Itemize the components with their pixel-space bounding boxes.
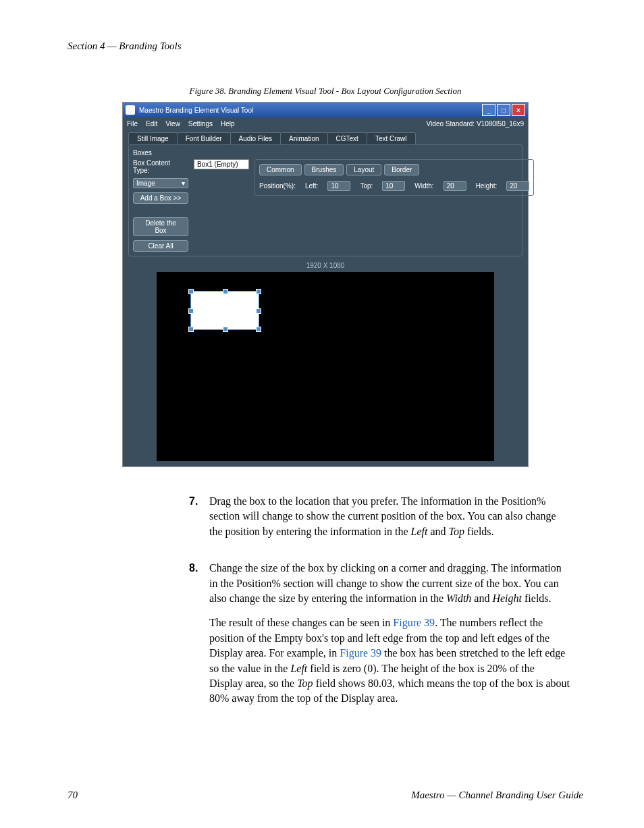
figure-link[interactable]: Figure 39 [393, 617, 435, 628]
page-footer: 70 Maestro — Channel Branding User Guide [68, 790, 583, 801]
titlebar: Maestro Branding Element Visual Tool _ □… [123, 103, 528, 117]
step-number: 7. [189, 494, 209, 549]
height-input[interactable]: 20 [506, 181, 529, 191]
subtab-common[interactable]: Common [259, 164, 302, 175]
layout-config-area: Common Brushes Layout Border Position(%)… [254, 159, 534, 196]
preview-canvas[interactable] [157, 272, 494, 461]
app-screenshot: Maestro Branding Element Visual Tool _ □… [122, 102, 529, 467]
tab-font-builder[interactable]: Font Builder [177, 132, 231, 144]
body-text: 7. Drag the box to the location that you… [189, 494, 570, 716]
close-icon[interactable]: × [512, 104, 525, 116]
video-standard-label: Video Standard: V1080I50_16x9 [427, 120, 524, 128]
app-title: Maestro Branding Element Visual Tool [139, 107, 253, 114]
left-label: Left: [305, 182, 318, 190]
main-tabs: Still Image Font Builder Audio Files Ani… [123, 130, 528, 144]
footer-title: Maestro — Channel Branding User Guide [411, 790, 583, 801]
position-label: Position(%): [259, 182, 296, 190]
step-8-text-a: Change the size of the box by clicking o… [209, 561, 570, 606]
section-header: Section 4 — Branding Tools [68, 40, 583, 52]
preview-area: 1920 X 1080 [128, 262, 522, 461]
top-input[interactable]: 10 [382, 181, 405, 191]
draggable-box[interactable] [190, 291, 259, 330]
menu-help[interactable]: Help [221, 120, 235, 128]
top-label: Top: [360, 182, 373, 190]
page-number: 70 [68, 790, 78, 801]
clear-all-button[interactable]: Clear All [133, 240, 188, 252]
menu-edit[interactable]: Edit [146, 120, 157, 128]
subtab-border[interactable]: Border [384, 164, 419, 175]
step-7-text: Drag the box to the location that you pr… [209, 494, 570, 539]
boxes-panel-title: Boxes [133, 149, 518, 157]
menu-file[interactable]: File [127, 120, 138, 128]
image-dropdown-label: Image [136, 180, 155, 187]
minimize-icon[interactable]: _ [482, 104, 495, 116]
menu-settings[interactable]: Settings [188, 120, 213, 128]
tab-audio-files[interactable]: Audio Files [230, 132, 281, 144]
chevron-down-icon: ▾ [182, 180, 185, 187]
subtab-brushes[interactable]: Brushes [304, 164, 344, 175]
resize-handle-icon[interactable] [256, 308, 261, 314]
menu-view[interactable]: View [165, 120, 180, 128]
maximize-icon[interactable]: □ [497, 104, 510, 116]
preview-resolution-label: 1920 X 1080 [128, 262, 522, 269]
box-content-type-value: Box1 (Empty) [197, 161, 238, 168]
image-dropdown[interactable]: Image ▾ [133, 178, 188, 188]
resize-handle-icon[interactable] [188, 289, 194, 294]
height-label: Height: [476, 182, 498, 190]
tab-animation[interactable]: Animation [280, 132, 327, 144]
width-label: Width: [414, 182, 433, 190]
tab-cgtext[interactable]: CGText [327, 132, 367, 144]
step-number: 8. [189, 561, 209, 716]
left-input[interactable]: 10 [327, 181, 350, 191]
boxes-panel: Boxes Box Content Type: Image ▾ Add a Bo… [128, 144, 522, 256]
figure-link[interactable]: Figure 39 [340, 647, 381, 659]
resize-handle-icon[interactable] [256, 289, 261, 294]
resize-handle-icon[interactable] [188, 308, 194, 314]
app-icon [126, 105, 135, 115]
tab-still-image[interactable]: Still Image [128, 132, 178, 144]
add-box-button[interactable]: Add a Box >> [133, 192, 188, 204]
subtab-layout[interactable]: Layout [346, 164, 381, 175]
resize-handle-icon[interactable] [223, 327, 228, 332]
tab-text-crawl[interactable]: Text Crawl [367, 132, 416, 144]
menubar: File Edit View Settings Help Video Stand… [123, 117, 528, 130]
box-content-type-dropdown[interactable]: Box1 (Empty) [194, 159, 249, 169]
resize-handle-icon[interactable] [188, 327, 194, 332]
resize-handle-icon[interactable] [223, 289, 228, 294]
figure-caption: Figure 38. Branding Element Visual Tool … [68, 86, 583, 96]
box-content-type-label: Box Content Type: [133, 159, 188, 174]
width-input[interactable]: 20 [444, 181, 466, 191]
step-8-text-b: The result of these changes can be seen … [209, 615, 570, 706]
delete-box-button[interactable]: Delete the Box [133, 217, 188, 236]
resize-handle-icon[interactable] [256, 327, 261, 332]
